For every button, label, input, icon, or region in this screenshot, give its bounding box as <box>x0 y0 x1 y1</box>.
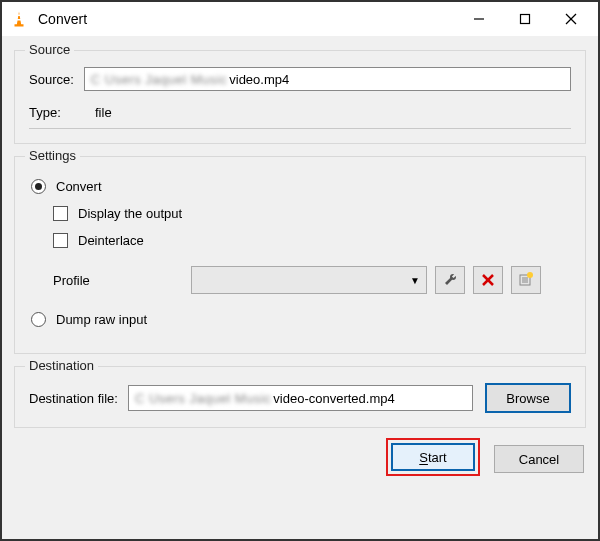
dialog-content: Source Source: C Users Jaquel Music vide… <box>2 36 598 539</box>
start-button-label: Start <box>419 450 446 465</box>
vlc-cone-icon <box>10 10 28 28</box>
destination-group: Destination Destination file: C Users Ja… <box>14 366 586 428</box>
radio-icon <box>31 312 46 327</box>
new-profile-button[interactable] <box>511 266 541 294</box>
settings-group: Settings Convert Display the output Dein… <box>14 156 586 354</box>
start-button[interactable]: Start <box>391 443 475 471</box>
cancel-button-label: Cancel <box>519 452 559 467</box>
type-value: file <box>95 105 112 120</box>
window-minimize-button[interactable] <box>456 4 502 34</box>
svg-rect-1 <box>17 19 21 21</box>
source-group: Source Source: C Users Jaquel Music vide… <box>14 50 586 144</box>
deinterlace-label: Deinterlace <box>78 233 144 248</box>
profile-combobox[interactable]: ▼ <box>191 266 427 294</box>
svg-rect-4 <box>521 14 530 23</box>
titlebar: Convert <box>2 2 598 36</box>
display-output-label: Display the output <box>78 206 182 221</box>
convert-radio[interactable]: Convert <box>31 179 571 194</box>
cancel-button[interactable]: Cancel <box>494 445 584 473</box>
chevron-down-icon: ▼ <box>410 275 420 286</box>
browse-button[interactable]: Browse <box>485 383 571 413</box>
window-close-button[interactable] <box>548 4 594 34</box>
profile-label: Profile <box>53 273 183 288</box>
source-path-blurred-prefix: C Users Jaquel Music <box>91 72 227 87</box>
delete-profile-button[interactable] <box>473 266 503 294</box>
svg-point-13 <box>527 272 533 278</box>
destination-file-input[interactable]: C Users Jaquel Music video-converted.mp4 <box>128 385 473 411</box>
destination-path-blurred-prefix: C Users Jaquel Music <box>135 391 271 406</box>
edit-profile-button[interactable] <box>435 266 465 294</box>
dump-raw-label: Dump raw input <box>56 312 147 327</box>
x-icon <box>481 273 495 287</box>
checkbox-icon <box>53 233 68 248</box>
source-path-filename: video.mp4 <box>229 72 289 87</box>
window-maximize-button[interactable] <box>502 4 548 34</box>
destination-legend: Destination <box>25 358 98 373</box>
settings-legend: Settings <box>25 148 80 163</box>
browse-button-label: Browse <box>506 391 549 406</box>
window-title: Convert <box>38 11 87 27</box>
radio-icon <box>31 179 46 194</box>
list-new-icon <box>518 272 534 288</box>
display-output-checkbox[interactable]: Display the output <box>53 206 571 221</box>
convert-radio-label: Convert <box>56 179 102 194</box>
destination-file-label: Destination file: <box>29 391 118 406</box>
type-label: Type: <box>29 105 85 120</box>
svg-rect-0 <box>18 14 21 16</box>
svg-rect-2 <box>15 24 24 26</box>
wrench-icon <box>442 272 458 288</box>
dump-raw-radio[interactable]: Dump raw input <box>31 312 571 327</box>
source-legend: Source <box>25 42 74 57</box>
checkbox-icon <box>53 206 68 221</box>
source-path-field: C Users Jaquel Music video.mp4 <box>84 67 571 91</box>
destination-filename: video-converted.mp4 <box>273 391 394 406</box>
deinterlace-checkbox[interactable]: Deinterlace <box>53 233 571 248</box>
source-label: Source: <box>29 72 74 87</box>
start-button-highlight: Start <box>386 438 480 476</box>
